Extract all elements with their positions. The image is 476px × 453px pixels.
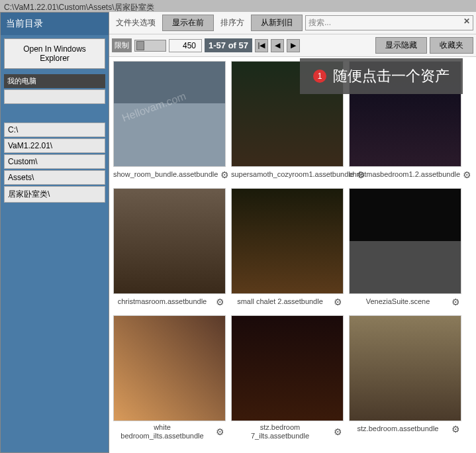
- asset-thumbnail[interactable]: [113, 188, 226, 294]
- sidebar-header: 当前目录: [1, 13, 109, 35]
- gear-icon[interactable]: ⚙: [463, 169, 471, 181]
- path-bar: C:\VaM1.22.01\Custom\Assets\居家卧室类: [0, 0, 476, 12]
- asset-name: stz.bedroom.assetbundle: [349, 425, 447, 433]
- asset-name: white bedroom_ilts.assetbundle: [113, 423, 211, 440]
- sort-label: 排序方: [216, 17, 248, 28]
- gear-icon[interactable]: ⚙: [450, 423, 461, 435]
- step-badge: 1: [313, 70, 326, 83]
- asset-card[interactable]: stz.bedroom.assetbundle⚙: [349, 315, 461, 442]
- asset-name: christmasbedroom1.2.assetbundle: [349, 170, 460, 179]
- asset-thumbnail[interactable]: [349, 188, 461, 294]
- gear-icon[interactable]: ⚙: [214, 296, 226, 308]
- open-btn-line1: Open In Windows: [7, 44, 102, 54]
- asset-thumbnail[interactable]: [231, 188, 344, 294]
- gear-icon[interactable]: ⚙: [220, 169, 229, 181]
- first-page-button[interactable]: |◀: [255, 39, 268, 52]
- asset-card[interactable]: christmasroom.assetbundle⚙: [113, 188, 226, 310]
- clear-search-icon[interactable]: ✕: [463, 17, 470, 26]
- limit-value[interactable]: 450: [169, 39, 202, 52]
- search-placeholder: 搜索...: [309, 18, 331, 27]
- show-hidden-button[interactable]: 显示隐藏: [375, 37, 427, 54]
- toolbar-1: 文件夹选项 显示在前 排序方 从新到旧 搜索... ✕: [109, 12, 476, 34]
- path-segment[interactable]: 居家卧室类\: [4, 186, 105, 203]
- asset-name: VeneziaSuite.scene: [349, 297, 447, 306]
- asset-name: supersamoth_cozyroom1.assetbundle: [231, 170, 354, 179]
- asset-card[interactable]: small chalet 2.assetbundle⚙: [231, 188, 344, 310]
- prev-page-button[interactable]: ◀: [271, 39, 284, 52]
- overlay-text: 随便点击一个资产: [333, 66, 450, 86]
- gear-icon[interactable]: ⚙: [450, 296, 461, 308]
- tutorial-overlay: 1 随便点击一个资产: [300, 58, 463, 94]
- sidebar: 当前目录 Open In Windows Explorer 我的电脑 C:\Va…: [0, 12, 109, 453]
- asset-name: christmasroom.assetbundle: [113, 297, 211, 306]
- gear-icon[interactable]: ⚙: [332, 296, 344, 308]
- asset-name: show_room_bundle.assetbundle: [113, 170, 218, 179]
- path-segment[interactable]: C:\: [4, 123, 105, 137]
- watermark: Hellovam.com: [120, 90, 187, 125]
- favorites-button[interactable]: 收藏夹: [430, 37, 473, 54]
- asset-card[interactable]: stz.bedroom 7_ilts.assetbundle⚙: [231, 315, 344, 442]
- path-segment[interactable]: Custom\: [4, 154, 105, 169]
- drive-row[interactable]: [4, 89, 105, 104]
- path-segment[interactable]: VaM1.22.01\: [4, 138, 105, 153]
- my-computer-label[interactable]: 我的电脑: [4, 74, 105, 88]
- folder-options-label: 文件夹选项: [112, 17, 160, 28]
- show-front-button[interactable]: 显示在前: [162, 15, 214, 31]
- limit-slider[interactable]: [134, 40, 166, 52]
- content-area: 文件夹选项 显示在前 排序方 从新到旧 搜索... ✕ 限制 450 1-57 …: [109, 12, 476, 453]
- gear-icon[interactable]: ⚙: [332, 426, 344, 438]
- limit-label: 限制: [112, 38, 132, 52]
- asset-name: small chalet 2.assetbundle: [231, 297, 329, 306]
- asset-card[interactable]: white bedroom_ilts.assetbundle⚙: [113, 315, 226, 442]
- gear-icon[interactable]: ⚙: [214, 426, 226, 438]
- path-segment[interactable]: Assets\: [4, 170, 105, 185]
- open-in-explorer-button[interactable]: Open In Windows Explorer: [4, 38, 105, 69]
- asset-thumbnail[interactable]: Hellovam.com: [113, 61, 226, 167]
- toolbar-2: 限制 450 1-57 of 57 |◀ ◀ ▶ 显示隐藏 收藏夹: [109, 34, 476, 57]
- open-btn-line2: Explorer: [7, 54, 102, 63]
- asset-card[interactable]: Hellovam.comshow_room_bundle.assetbundle…: [113, 61, 226, 183]
- asset-grid: Hellovam.comshow_room_bundle.assetbundle…: [109, 57, 476, 453]
- asset-name: stz.bedroom 7_ilts.assetbundle: [231, 423, 329, 440]
- asset-thumbnail[interactable]: [231, 315, 344, 421]
- asset-thumbnail[interactable]: [349, 315, 461, 421]
- next-page-button[interactable]: ▶: [287, 39, 300, 52]
- sort-order-button[interactable]: 从新到旧: [251, 15, 303, 31]
- pager-text: 1-57 of 57: [205, 38, 252, 52]
- search-input[interactable]: 搜索... ✕: [305, 15, 473, 30]
- asset-thumbnail[interactable]: [113, 315, 226, 421]
- asset-card[interactable]: VeneziaSuite.scene⚙: [349, 188, 461, 310]
